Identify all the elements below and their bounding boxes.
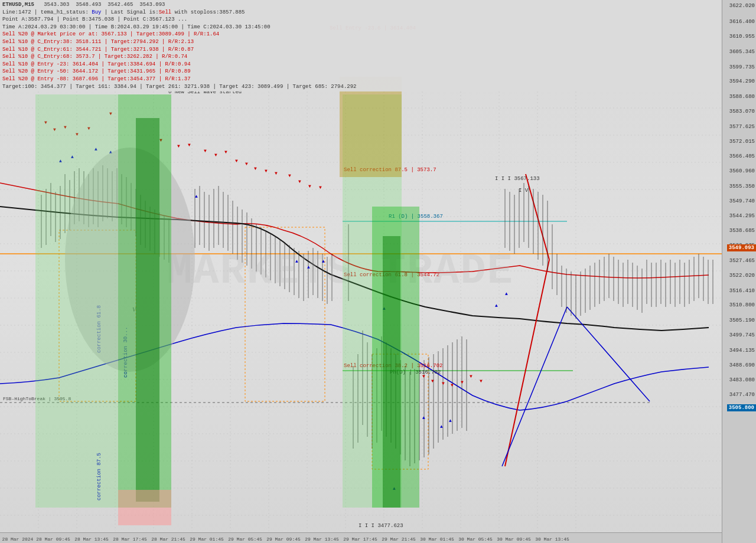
time-3: 28 Mar 13:45 [74,537,109,542]
zone-green-1 [35,94,118,508]
svg-text:▼: ▼ [275,171,278,176]
svg-text:▲: ▲ [495,303,498,308]
sell-2: Sell %10 @ C_Entry:38: 3518.111 | Target… [2,38,718,46]
chart-container: ▼ ▼ ▼ ▼ ▼ ▼ ▼ ▼ ▼ ▼ ▼ ▼ ▼ ▼ ▼ ▼ ▼ ▼ ▼ ▼ … [0,0,756,543]
line-1472: Line:1472 | tema_h1_status: Buy | Last S… [2,9,718,17]
time-9: 29 Mar 13:45 [305,537,339,542]
svg-line-44 [567,307,650,401]
price-3538: 3538.685 [729,228,755,234]
time-12: 30 Mar 01:45 [420,537,454,542]
svg-text:▼: ▼ [288,173,291,178]
fsb-price-box: 3505.800 [727,404,756,411]
time-7: 29 Mar 05:45 [228,537,262,542]
svg-text:▼: ▼ [254,166,257,171]
price-3488: 3488.690 [729,362,755,368]
price-3555: 3555.350 [729,184,755,189]
svg-text:▼: ▼ [245,161,248,166]
sell-4: Sell %10 @ C_Entry:68: 3573.7 | Target:3… [2,53,718,61]
time-8: 29 Mar 09:45 [266,537,301,542]
time-13: 30 Mar 05:45 [458,537,493,542]
price-3510: 3510.800 [729,302,755,308]
chart-title: ETHUSD,M15 [2,2,34,8]
svg-text:▼: ▼ [177,143,180,149]
time-15: 30 Mar 13:45 [535,537,569,542]
current-price-box: 3549.093 [727,244,756,251]
time-5: 28 Mar 21:45 [151,537,185,542]
price-3549: 3549.740 [729,198,755,204]
svg-text:▼: ▼ [470,374,472,379]
time-4: 28 Mar 17:45 [113,537,147,542]
time-14: 30 Mar 09:45 [497,537,531,542]
svg-text:▲: ▲ [440,424,443,429]
info-bar: ETHUSD,M15 3543.303 3548.493 3542.465 35… [0,0,721,91]
price-3505: 3505.190 [729,318,755,323]
svg-text:▼: ▼ [265,168,268,174]
price-3616: 3616.400 [729,19,755,25]
svg-text:I V: I V [519,188,529,194]
svg-text:▼: ▼ [224,149,227,155]
svg-text:▼: ▼ [298,179,301,184]
targets-line: Target:100: 3454.377 | Target 161: 3384.… [2,83,718,91]
price-3610: 3610.955 [729,34,755,40]
price-3499: 3499.745 [729,332,755,338]
svg-text:▼: ▼ [461,380,464,385]
price-3483: 3483.080 [729,377,755,383]
price-3566: 3566.405 [729,153,755,159]
price-3527: 3527.465 [729,258,755,264]
svg-text:▲: ▲ [195,194,198,199]
zone-gold-1 [340,77,402,177]
price-3544: 3544.295 [729,213,755,219]
title-line: ETHUSD,M15 3543.303 3548.493 3542.465 35… [2,1,718,9]
zone-pink-1 [118,490,171,525]
svg-text:▼: ▼ [188,142,191,148]
price-3522: 3522.020 [729,273,755,279]
sell-6: Sell %20 @ Entry -50: 3644.172 | Target:… [2,68,718,76]
price-3494: 3494.135 [729,348,755,354]
price-3516: 3516.410 [729,288,755,294]
price-3477: 3477.470 [729,392,755,398]
price-3560: 3560.960 [729,168,755,174]
price-scale: 3622.020 3616.400 3610.955 3605.345 3599… [722,0,756,543]
svg-line-41 [526,174,549,260]
time-1: 28 Mar 2024 [2,537,34,542]
sell-3: Sell %10 @ C_Entry:61: 3544.721 | Target… [2,46,718,54]
svg-text:▼: ▼ [431,378,434,384]
watermark: MARKETS TRADE [167,247,514,296]
price-3605: 3605.345 [729,49,755,55]
price-3583: 3583.070 [729,109,755,115]
svg-text:▼: ▼ [319,185,322,190]
zone-green-6 [383,236,400,508]
svg-text:▼: ▼ [214,152,217,158]
svg-text:▼: ▼ [480,378,483,384]
svg-text:▼: ▼ [235,158,238,163]
price-3577: 3577.625 [729,124,755,130]
svg-text:▲: ▲ [422,415,425,420]
price-3588: 3588.680 [729,94,755,100]
svg-text:I I I  3477.623: I I I 3477.623 [359,523,403,529]
points-line: Point A:3587.794 | Point B:3475.038 | Po… [2,16,718,24]
price-3594: 3594.290 [729,78,755,84]
time-line: Time A:2024.03.29 03:30:00 | Time B:2024… [2,24,718,31]
svg-text:▼: ▼ [308,184,311,189]
time-6: 29 Mar 01:45 [190,537,224,542]
zone-green-3 [136,118,159,502]
svg-text:▲: ▲ [449,418,452,423]
svg-text:I I I  3567.133: I I I 3567.133 [495,176,540,182]
price-3599: 3599.735 [729,64,755,70]
sell-5: Sell %10 @ Entry -23: 3614.404 | Target:… [2,61,718,68]
time-10: 29 Mar 17:45 [343,537,377,542]
sell-7: Sell %20 @ Entry -88: 3687.696 | Target:… [2,76,718,83]
time-2: 28 Mar 09:45 [36,537,70,542]
sell-1: Sell %20 @ Market price or at: 3567.133 … [2,31,718,38]
svg-text:▼: ▼ [442,381,445,386]
time-axis: 28 Mar 2024 28 Mar 09:45 28 Mar 13:45 28… [0,532,722,543]
price-3572: 3572.015 [729,139,755,145]
svg-text:▼: ▼ [451,382,454,388]
svg-text:▼: ▼ [204,148,207,153]
time-11: 29 Mar 21:45 [382,537,416,542]
price-ohlc: 3543.303 3548.493 3542.465 3543.093 [44,2,165,8]
price-3622: 3622.020 [729,3,755,9]
